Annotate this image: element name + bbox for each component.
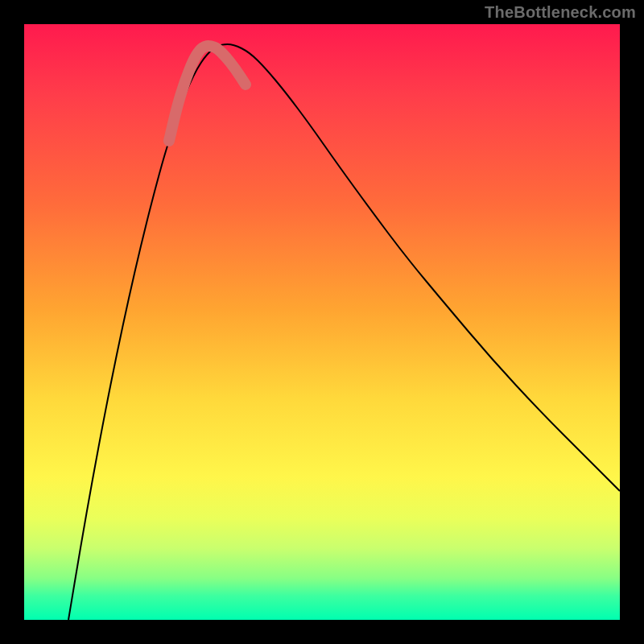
chart-frame: TheBottleneck.com <box>0 0 644 644</box>
bottleneck-highlight <box>169 46 246 141</box>
curve-layer <box>24 24 620 620</box>
bottleneck-curve <box>68 44 620 620</box>
attribution-label: TheBottleneck.com <box>485 3 636 22</box>
plot-area <box>24 24 620 620</box>
